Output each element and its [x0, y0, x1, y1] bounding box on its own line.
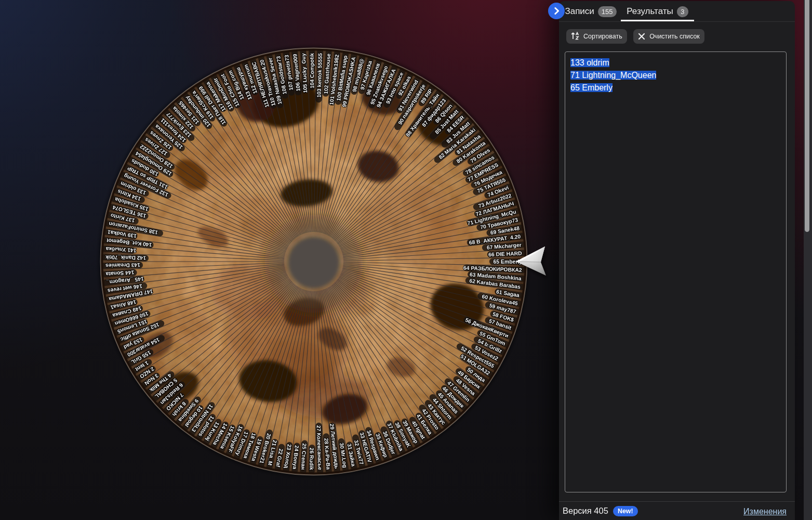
svg-text:142 Danik_70tik: 142 Danik_70tik	[105, 254, 146, 261]
svg-text:143 Dreamies: 143 Dreamies	[105, 262, 140, 268]
svg-text:26 Rudik: 26 Rudik	[309, 448, 314, 471]
svg-text:104 Compotik: 104 Compotik	[309, 53, 315, 88]
